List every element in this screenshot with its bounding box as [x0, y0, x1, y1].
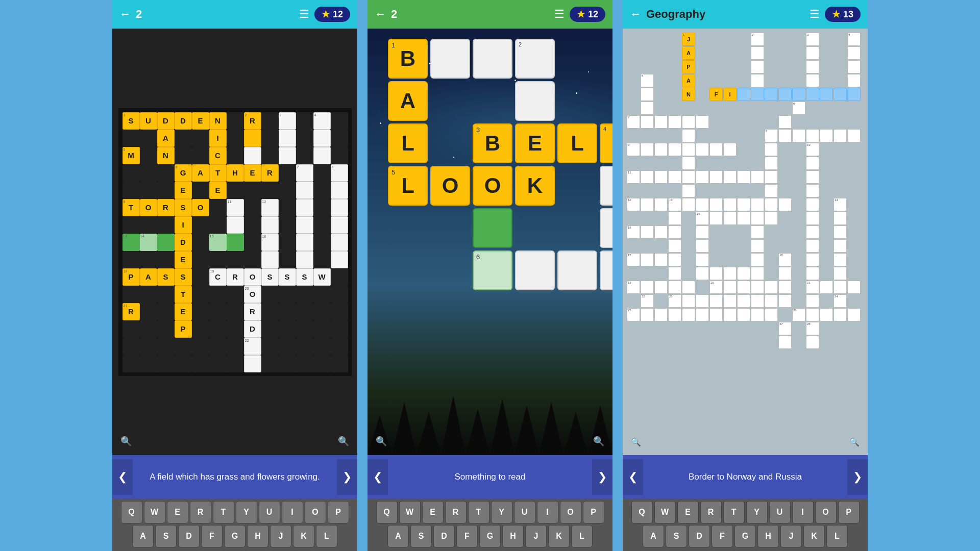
key-o-1[interactable]: O — [305, 501, 326, 523]
clue-prev-btn-3[interactable]: ❮ — [623, 459, 643, 495]
key-l-2[interactable]: L — [571, 525, 593, 547]
cell-r4c7: H — [227, 164, 244, 182]
p3-main-grid: 1J 2 3 4 A — [627, 33, 864, 349]
key-e-3[interactable]: E — [677, 501, 699, 523]
key-h-3[interactable]: H — [757, 525, 779, 547]
key-a-3[interactable]: A — [643, 525, 664, 547]
key-g-3[interactable]: G — [734, 525, 756, 547]
cell-r15c13 — [331, 355, 348, 372]
key-u-1[interactable]: U — [259, 501, 280, 523]
key-t-2[interactable]: T — [468, 501, 489, 523]
key-i-1[interactable]: I — [282, 501, 303, 523]
key-p-1[interactable]: P — [328, 501, 349, 523]
key-f-3[interactable]: F — [712, 525, 733, 547]
back-button-3[interactable]: ← — [630, 8, 641, 21]
zoom-in-icon-3[interactable]: 🔍 — [849, 437, 860, 447]
cell-r9c4: E — [175, 251, 192, 268]
key-w-1[interactable]: W — [144, 501, 165, 523]
key-l-1[interactable]: L — [316, 525, 337, 547]
key-k-3[interactable]: K — [803, 525, 825, 547]
p3-r21c13: 26 — [792, 308, 805, 321]
key-l-3[interactable]: L — [826, 525, 848, 547]
zoom-in-icon-1[interactable]: 🔍 — [338, 436, 349, 447]
key-e-2[interactable]: E — [422, 501, 444, 523]
key-p-2[interactable]: P — [583, 501, 604, 523]
key-u-3[interactable]: U — [769, 501, 791, 523]
cell-r5c7 — [227, 182, 244, 199]
key-t-1[interactable]: T — [213, 501, 234, 523]
key-y-1[interactable]: Y — [236, 501, 257, 523]
list-icon-1[interactable]: ☰ — [299, 8, 309, 21]
key-y-3[interactable]: Y — [746, 501, 768, 523]
list-icon-3[interactable]: ☰ — [810, 8, 820, 21]
cell-r15c7 — [227, 355, 244, 372]
zoom-in-icon-2[interactable]: 🔍 — [593, 436, 604, 447]
key-k-2[interactable]: K — [548, 525, 570, 547]
key-t-3[interactable]: T — [723, 501, 745, 523]
cell-r7c13 — [331, 216, 348, 234]
key-d-1[interactable]: D — [178, 525, 200, 547]
key-u-2[interactable]: U — [514, 501, 535, 523]
back-button-2[interactable]: ← — [375, 8, 386, 21]
key-q-3[interactable]: Q — [631, 501, 653, 523]
key-g-2[interactable]: G — [479, 525, 501, 547]
key-o-2[interactable]: O — [560, 501, 581, 523]
key-p-3[interactable]: P — [838, 501, 860, 523]
key-h-2[interactable]: H — [502, 525, 524, 547]
key-i-3[interactable]: I — [792, 501, 814, 523]
cell-r10c13 — [331, 268, 348, 286]
key-j-2[interactable]: J — [525, 525, 547, 547]
star-count-1: 12 — [333, 9, 343, 20]
game-area-1: 1S U D D E N 2R 3 4 — [112, 29, 357, 455]
cell-r10c12: W — [313, 268, 331, 286]
cell-r10c5 — [192, 268, 209, 286]
zoom-out-icon-3[interactable]: 🔍 — [631, 437, 641, 447]
clue-next-btn-2[interactable]: ❯ — [592, 459, 612, 495]
cell-r11c9 — [261, 286, 279, 303]
clue-prev-btn-2[interactable]: ❮ — [368, 459, 388, 495]
key-r-2[interactable]: R — [445, 501, 467, 523]
zoom-out-icon-2[interactable]: 🔍 — [376, 436, 387, 447]
cell-r2c5 — [192, 130, 209, 147]
key-d-3[interactable]: D — [689, 525, 710, 547]
clue-next-btn-1[interactable]: ❯ — [337, 459, 357, 495]
cell-r14c5 — [192, 338, 209, 355]
key-r-3[interactable]: R — [700, 501, 722, 523]
key-s-1[interactable]: S — [155, 525, 177, 547]
key-k-1[interactable]: K — [293, 525, 314, 547]
zoom-out-icon-1[interactable]: 🔍 — [120, 436, 132, 447]
key-j-3[interactable]: J — [780, 525, 802, 547]
key-g-1[interactable]: G — [224, 525, 246, 547]
back-button-1[interactable]: ← — [119, 8, 131, 21]
key-q-2[interactable]: Q — [376, 501, 398, 523]
cell-r3c10 — [279, 147, 296, 164]
key-e-1[interactable]: E — [167, 501, 188, 523]
key-s-3[interactable]: S — [666, 525, 687, 547]
p3-r13c4: 13 — [668, 198, 681, 211]
key-a-1[interactable]: A — [132, 525, 154, 547]
p2-spacer-r5d — [557, 208, 597, 248]
key-h-1[interactable]: H — [247, 525, 268, 547]
key-s-2[interactable]: S — [410, 525, 432, 547]
cell-r6c10 — [279, 199, 296, 216]
key-f-1[interactable]: F — [201, 525, 223, 547]
cell-r2c13 — [331, 130, 348, 147]
cell-r13c2 — [140, 320, 157, 338]
key-r-1[interactable]: R — [190, 501, 211, 523]
key-d-2[interactable]: D — [433, 525, 455, 547]
key-w-2[interactable]: W — [399, 501, 421, 523]
key-q-1[interactable]: Q — [121, 501, 142, 523]
cell-r9c11 — [296, 251, 313, 268]
key-a-2[interactable]: A — [387, 525, 409, 547]
key-o-3[interactable]: O — [815, 501, 837, 523]
key-f-2[interactable]: F — [456, 525, 478, 547]
star-count-2: 12 — [588, 9, 598, 20]
key-i-2[interactable]: I — [537, 501, 558, 523]
clue-prev-btn-1[interactable]: ❮ — [112, 459, 133, 495]
cell-r6c3: R — [157, 199, 175, 216]
clue-next-btn-3[interactable]: ❯ — [847, 459, 868, 495]
key-w-3[interactable]: W — [654, 501, 676, 523]
list-icon-2[interactable]: ☰ — [554, 8, 565, 21]
key-j-1[interactable]: J — [270, 525, 291, 547]
key-y-2[interactable]: Y — [491, 501, 512, 523]
